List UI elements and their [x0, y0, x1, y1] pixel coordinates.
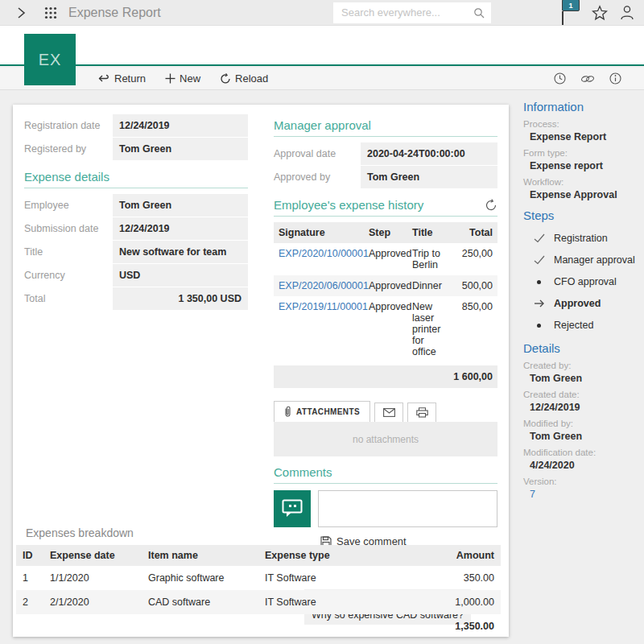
info-icon[interactable]: [609, 72, 621, 85]
info-sidebar: Information Process: Expense Report Form…: [523, 100, 638, 500]
section-title: Employee's expense history: [274, 198, 423, 212]
created-date-value: 12/24/2019: [530, 402, 638, 413]
tab-print-icon[interactable]: [407, 402, 436, 422]
col-id: ID: [23, 550, 50, 561]
comment-textarea[interactable]: [318, 490, 497, 527]
step-label: Registration: [554, 233, 608, 244]
breakdown-grand-total: 1,350.00: [16, 614, 501, 638]
field-total: Total 1 350,00 USD: [24, 287, 248, 310]
table-row: 1 1/1/2020 Graphic software IT Software …: [16, 566, 501, 590]
cell-date: 1/1/2020: [50, 572, 148, 584]
cell-date: 2/1/2020: [50, 597, 148, 608]
field-value: 12/24/2019: [113, 114, 248, 137]
cell-amount: 1,000.00: [422, 597, 494, 608]
field-value: 12/24/2019: [113, 217, 248, 240]
current-step-arrow-icon: [533, 299, 545, 308]
cell-amount: 350.00: [422, 572, 494, 584]
cell-step: Approved: [369, 248, 412, 259]
field-label: Approved by: [274, 166, 361, 188]
new-label: New: [180, 72, 200, 85]
favorites-star-icon[interactable]: [592, 5, 608, 21]
field-value: Tom Green: [113, 138, 248, 160]
user-profile-icon[interactable]: [620, 5, 634, 20]
form-card: Registration date 12/24/2019 Registered …: [13, 105, 509, 637]
cell-title: Dinner: [412, 280, 451, 291]
refresh-icon[interactable]: [485, 199, 497, 212]
cell-type: IT Software: [265, 597, 422, 608]
notification-badge: 1: [562, 0, 580, 11]
version-value-link[interactable]: 7: [530, 489, 638, 500]
version-label: Version:: [523, 477, 638, 486]
form-type-label: Form type:: [523, 148, 638, 158]
modification-date-value: 4/24/2020: [530, 460, 638, 471]
field-value: Tom Green: [361, 166, 497, 188]
field-label: Currency: [24, 264, 113, 287]
field-registration-date: Registration date 12/24/2019: [24, 114, 248, 137]
section-comments: Comments: [274, 456, 497, 484]
search-input[interactable]: [333, 2, 491, 23]
details-heading: Details: [523, 341, 638, 355]
tab-attachments[interactable]: ATTACHMENTS: [274, 401, 370, 422]
check-icon: [533, 233, 545, 243]
field-employee: Employee Tom Green: [24, 194, 248, 217]
step-cfo-approval: CFO approval: [533, 276, 638, 287]
field-registered-by: Registered by Tom Green: [24, 138, 248, 160]
search-icon[interactable]: [473, 7, 485, 19]
step-approved-current: Approved: [533, 298, 638, 309]
field-value: Tom Green: [113, 194, 248, 217]
col-step: Step: [369, 227, 412, 238]
process-value: Expense Report: [530, 131, 638, 142]
cell-id: 2: [23, 597, 50, 608]
app-title: Expense Report: [68, 6, 161, 20]
cell-type: IT Software: [265, 572, 422, 584]
reload-button[interactable]: Reload: [220, 72, 268, 85]
field-title: Title New software for team: [24, 241, 248, 263]
workflow-value: Expense Approval: [530, 189, 638, 200]
cell-item: Graphic software: [148, 572, 265, 584]
step-registration: Registration: [533, 233, 638, 244]
cell-title: Trip to Berlin: [412, 248, 451, 270]
dot-icon: [533, 280, 545, 284]
document-link[interactable]: EXP/2019/11/00001: [279, 301, 368, 312]
document-link[interactable]: EXP/2020/10/00001: [279, 248, 369, 259]
share-link-icon[interactable]: [580, 74, 595, 84]
col-signature: Signature: [279, 227, 369, 238]
cell-step: Approved: [369, 301, 412, 312]
form-type-value: Expense report: [530, 160, 638, 171]
field-approval-date: Approval date 2020-04-24T00:00:00: [274, 142, 497, 165]
cell-item: CAD software: [148, 597, 265, 608]
modified-by-value: Tom Green: [530, 431, 638, 442]
tab-email-icon[interactable]: [374, 402, 403, 422]
add-comment-button[interactable]: [274, 490, 311, 527]
document-title-bar: [0, 26, 644, 66]
field-label: Approval date: [274, 142, 361, 165]
form-left-column: Registration date 12/24/2019 Registered …: [24, 114, 248, 311]
table-row: EXP/2019/11/00001 Approved New laser pri…: [274, 296, 497, 362]
section-expense-history: Employee's expense history: [274, 189, 497, 217]
document-link[interactable]: EXP/2020/06/00001: [279, 280, 369, 291]
breakdown-title: Expenses breakdown: [26, 526, 501, 539]
field-value: New software for team: [113, 241, 248, 263]
reload-label: Reload: [235, 72, 268, 85]
steps-list: Registration Manager approval CFO approv…: [525, 233, 638, 331]
cell-total: 850,00: [451, 301, 493, 312]
table-row: EXP/2020/10/00001 Approved Trip to Berli…: [274, 243, 497, 275]
step-label: Manager approval: [554, 254, 635, 266]
return-button[interactable]: Return: [98, 72, 146, 85]
table-row: 2 2/1/2020 CAD software IT Software 1,00…: [16, 590, 501, 614]
new-button[interactable]: New: [165, 72, 200, 85]
section-expense-details: Expense details: [24, 161, 248, 188]
history-grand-total: 1 600,00: [274, 365, 497, 388]
app-grid-icon[interactable]: [44, 6, 57, 19]
created-by-label: Created by:: [523, 361, 638, 370]
col-expense-date: Expense date: [50, 550, 148, 561]
col-amount: Amount: [422, 550, 494, 561]
tab-label: ATTACHMENTS: [296, 407, 360, 416]
cell-step: Approved: [369, 280, 412, 291]
attachments-empty-panel: no attachments: [274, 422, 497, 456]
notifications-icon[interactable]: 1: [562, 0, 580, 26]
col-item-name: Item name: [148, 550, 265, 561]
sidebar-expand-icon[interactable]: [16, 7, 27, 19]
workflow-label: Workflow:: [523, 177, 638, 187]
history-clock-icon[interactable]: [554, 72, 566, 85]
